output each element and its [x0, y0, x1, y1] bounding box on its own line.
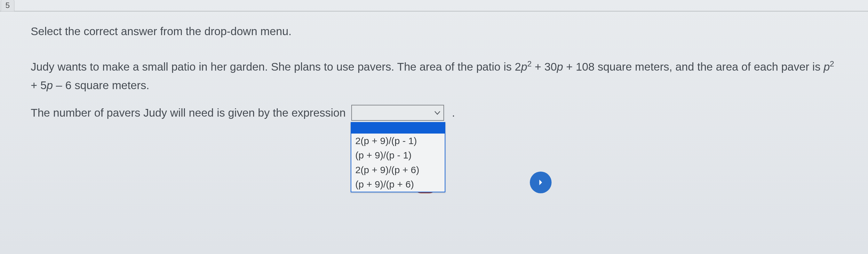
- variable-p-2: p: [557, 60, 563, 73]
- instruction-text: Select the correct answer from the drop-…: [31, 25, 837, 38]
- problem-part5: – 6 square meters.: [53, 79, 149, 92]
- answer-dropdown[interactable]: [351, 105, 444, 121]
- problem-part2: + 30: [532, 60, 557, 73]
- dropdown-option-2[interactable]: (p + 9)/(p - 1): [351, 148, 445, 162]
- exponent-1: 2: [527, 60, 532, 68]
- problem-statement: Judy wants to make a small patio in her …: [31, 58, 837, 95]
- dropdown-option-4[interactable]: (p + 9)/(p + 6): [351, 177, 445, 192]
- problem-part3: + 108 square meters, and the area of eac…: [563, 60, 824, 73]
- question-number-tab: 5: [1, 0, 14, 11]
- dropdown-option-3[interactable]: 2(p + 9)/(p + 6): [351, 162, 445, 177]
- answer-prompt: The number of pavers Judy will need is g…: [31, 106, 345, 119]
- dropdown-container: 2(p + 9)/(p - 1) (p + 9)/(p - 1) 2(p + 9…: [351, 105, 444, 121]
- dropdown-option-1[interactable]: 2(p + 9)/(p - 1): [351, 134, 445, 148]
- problem-part4: + 5: [31, 79, 47, 92]
- next-button[interactable]: [530, 172, 552, 193]
- problem-part1: Judy wants to make a small patio in her …: [31, 60, 521, 73]
- top-divider: 5: [0, 0, 868, 11]
- exponent-2: 2: [830, 60, 834, 68]
- variable-p-4: p: [47, 79, 53, 92]
- question-content: Select the correct answer from the drop-…: [0, 0, 868, 121]
- dropdown-options-panel: 2(p + 9)/(p - 1) (p + 9)/(p - 1) 2(p + 9…: [351, 122, 445, 192]
- sentence-period: .: [452, 106, 455, 119]
- dropdown-option-blank[interactable]: [351, 123, 445, 134]
- variable-p-3: p: [824, 60, 830, 73]
- answer-line: The number of pavers Judy will need is g…: [31, 105, 837, 121]
- variable-p-1: p: [521, 60, 527, 73]
- chevron-right-icon: [536, 178, 545, 187]
